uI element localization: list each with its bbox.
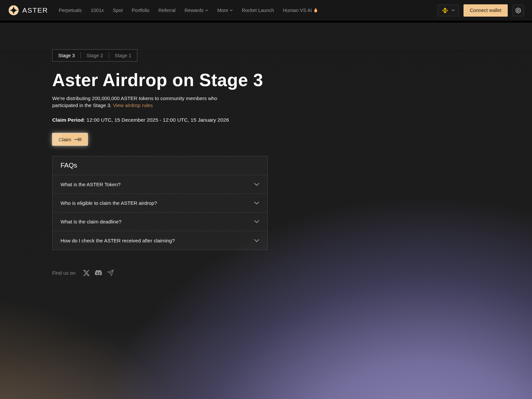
nav-item-rocket-launch[interactable]: Rocket Launch: [242, 8, 274, 13]
connect-wallet-button[interactable]: Connect wallet: [464, 4, 508, 17]
airdrop-hero-section: Stage 3 Stage 2 Stage 1 Aster Airdrop on…: [0, 51, 532, 399]
tab-stage-3[interactable]: Stage 3: [53, 50, 80, 61]
topbar-right-group: Connect wallet: [438, 4, 524, 17]
nav-item-referral[interactable]: Referral: [158, 8, 176, 13]
brand-logo[interactable]: ASTER: [9, 5, 48, 15]
nav-item-perpetuals[interactable]: Perpetuals: [59, 8, 82, 13]
upper-background-band: [0, 23, 532, 51]
chevron-down-icon: [230, 9, 233, 11]
airdrop-description: We're distributing 200,000,000 ASTER tok…: [52, 95, 230, 109]
nav-item-human-vs-ai[interactable]: Human VS AI: [283, 8, 318, 13]
x-twitter-icon[interactable]: [83, 270, 90, 276]
nav-item-spot[interactable]: Spot: [113, 8, 123, 13]
faq-question-label: What is the ASTER Token?: [61, 182, 121, 187]
bnb-chain-icon: [442, 7, 449, 14]
faq-question-eligibility[interactable]: Who is eligible to claim the ASTER airdr…: [53, 194, 267, 212]
faq-panel: FAQs What is the ASTER Token? Who is eli…: [52, 156, 268, 250]
claim-button[interactable]: Claim: [52, 133, 88, 146]
claim-period-value: : 12:00 UTC, 15 December 2025 - 12:00 UT…: [84, 117, 229, 123]
find-us-label: Find us on: [52, 270, 75, 276]
claim-period-label: Claim Period: [52, 117, 84, 123]
nav-item-more[interactable]: More: [217, 8, 233, 13]
nav-item-rewards[interactable]: Rewards: [185, 8, 208, 13]
view-airdrop-rules-link[interactable]: View airdrop rules: [113, 102, 153, 108]
gear-icon: [515, 7, 521, 14]
discord-icon[interactable]: [95, 270, 102, 276]
nav-item-portfolio[interactable]: Portfolio: [132, 8, 149, 13]
chevron-down-icon: [254, 201, 259, 204]
claim-button-label: Claim: [59, 137, 71, 142]
chevron-down-icon: [254, 220, 259, 223]
chevron-down-icon: [452, 9, 455, 11]
faq-question-label: Who is eligible to claim the ASTER airdr…: [61, 200, 157, 206]
faq-question-deadline[interactable]: What is the claim deadline?: [53, 212, 267, 231]
chain-selector[interactable]: [438, 5, 459, 16]
chevron-down-icon: [205, 9, 208, 11]
chevron-down-icon: [254, 183, 259, 186]
social-links-row: Find us on: [52, 269, 285, 276]
faq-title: FAQs: [53, 156, 267, 175]
claim-period: Claim Period: 12:00 UTC, 15 December 202…: [52, 117, 285, 123]
tab-stage-1[interactable]: Stage 1: [109, 50, 137, 61]
top-navigation-bar: ASTER Perpetuals 1001x Spot Portfolio Re…: [0, 0, 532, 21]
chevron-down-icon: [254, 239, 259, 242]
page-title: Aster Airdrop on Stage 3: [52, 70, 285, 89]
telegram-icon[interactable]: [107, 269, 114, 276]
faq-question-label: What is the claim deadline?: [61, 219, 121, 224]
brand-name: ASTER: [22, 6, 48, 14]
faq-question-label: How do I check the ASTER received after …: [61, 238, 175, 243]
stage-tabs: Stage 3 Stage 2 Stage 1: [52, 49, 137, 62]
faq-question-aster-token[interactable]: What is the ASTER Token?: [53, 175, 267, 194]
faq-question-check-received[interactable]: How do I check the ASTER received after …: [53, 231, 267, 250]
settings-button[interactable]: [512, 5, 524, 16]
nav-item-1001x[interactable]: 1001x: [91, 8, 104, 13]
main-nav: Perpetuals 1001x Spot Portfolio Referral…: [59, 8, 318, 13]
tab-stage-2[interactable]: Stage 2: [81, 50, 109, 61]
flame-icon: [314, 8, 318, 13]
arrow-right-icon: [74, 137, 82, 142]
aster-logo-icon: [9, 5, 19, 15]
